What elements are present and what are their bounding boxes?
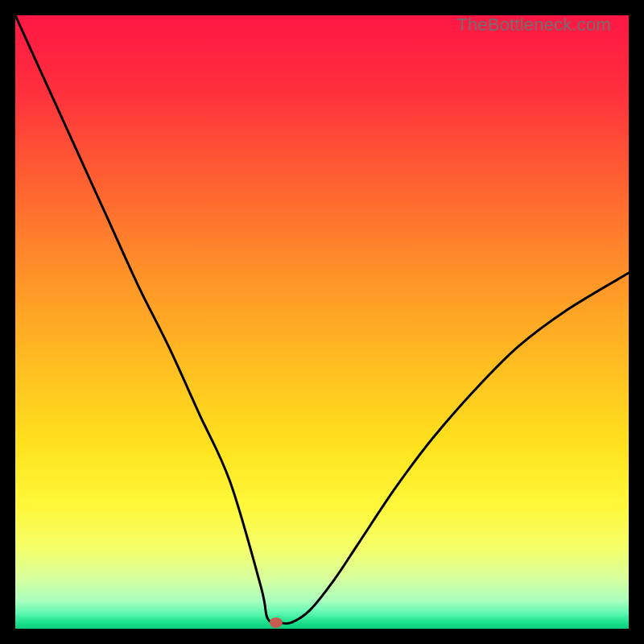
chart-frame: TheBottleneck.com	[15, 15, 629, 629]
chart-plot	[15, 15, 629, 629]
plot-background	[15, 15, 629, 629]
watermark-text: TheBottleneck.com	[456, 14, 611, 35]
optimal-point-marker	[270, 617, 283, 628]
